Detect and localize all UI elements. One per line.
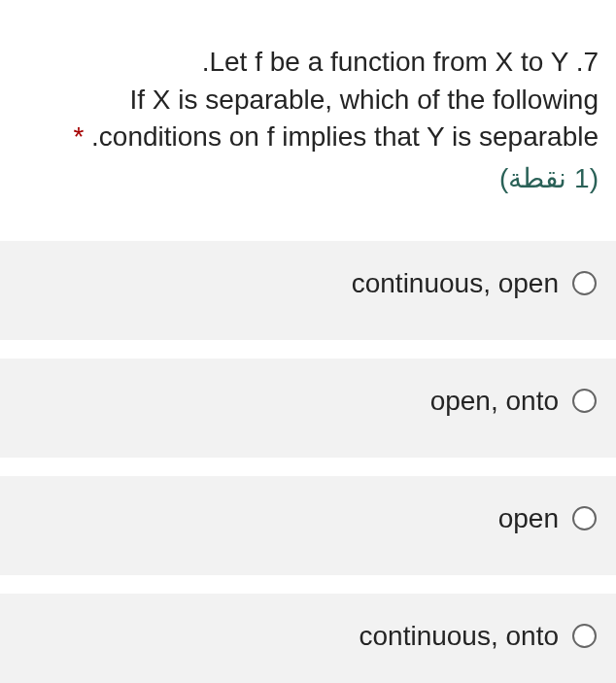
question-line-2: If X is separable, which of the followin… <box>14 82 599 120</box>
radio-icon[interactable] <box>572 506 597 530</box>
options-list: continuous, open open, onto open continu… <box>0 241 616 683</box>
radio-icon[interactable] <box>572 389 597 413</box>
question-line-3-text: .conditions on f implies that Y is separ… <box>91 121 599 152</box>
option-row[interactable]: open <box>0 476 616 575</box>
option-row[interactable]: continuous, onto <box>0 594 616 683</box>
option-label: open <box>498 503 559 534</box>
option-label: continuous, open <box>352 268 559 299</box>
question-line-3: * .conditions on f implies that Y is sep… <box>14 119 599 156</box>
option-label: open, onto <box>430 386 559 417</box>
option-row[interactable]: continuous, open <box>0 241 616 340</box>
option-row[interactable]: open, onto <box>0 359 616 458</box>
question-line-1: .Let f be a function from X to Y .7 <box>14 44 599 82</box>
option-label: continuous, onto <box>359 621 560 652</box>
question-text: .Let f be a function from X to Y .7 If X… <box>14 44 599 156</box>
question-block: .Let f be a function from X to Y .7 If X… <box>0 0 616 214</box>
radio-icon[interactable] <box>572 271 597 295</box>
points-label: (1 نقطة) <box>14 162 599 194</box>
required-star: * <box>73 121 84 152</box>
radio-icon[interactable] <box>572 624 597 648</box>
